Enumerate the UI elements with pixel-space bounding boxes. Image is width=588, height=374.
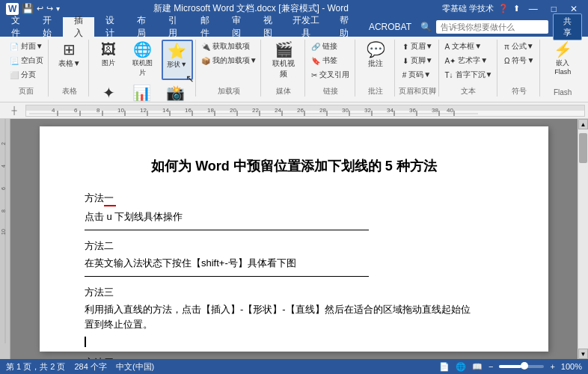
textbox-button[interactable]: A 文本框▼ (441, 40, 495, 53)
section-1-heading: 方法一 (85, 191, 503, 206)
language: 中文(中国) (116, 361, 154, 373)
ribbon-group-headerfooter: ⬆ 页眉▼ ⬇ 页脚▼ # 页码▼ 页眉和页脚 (396, 40, 439, 96)
table-button[interactable]: ⊞ 表格▼ (53, 40, 86, 71)
tab-insert[interactable]: 插入 (63, 17, 94, 37)
flash-button[interactable]: ⚡ 嵌入Flash (546, 40, 579, 78)
horizontal-ruler: 4 6 8 10 12 14 16 18 20 22 24 26 28 30 3… (25, 105, 585, 117)
tab-view[interactable]: 视图 (252, 17, 284, 37)
shapes-icon: ⭐ (168, 43, 186, 58)
ribbon-toggle[interactable]: ⬆ (513, 4, 520, 13)
section-2-heading: 方法二 (85, 239, 503, 253)
bookmark-button[interactable]: 🔖 书签 (308, 54, 352, 67)
vertical-scrollbar[interactable]: ▲ ▼ (578, 119, 588, 359)
view-read[interactable]: 📖 (472, 362, 483, 372)
page-group-items: 📄 封面▼ 📃 空白页 ⬜ 分页 (7, 40, 46, 85)
zoom-slider[interactable] (499, 365, 544, 368)
document-page: 如何为 Word 中预留位置添加下划线的 5 种方法 方法一 点击 u 下划线具… (40, 126, 548, 352)
get-addins-button[interactable]: 🔌 获取加载项 (198, 40, 260, 53)
cover-button[interactable]: 📄 封面▼ (7, 40, 46, 53)
addins-group-label: 加载项 (218, 85, 240, 96)
page-small-group: 📄 封面▼ 📃 空白页 ⬜ 分页 (7, 40, 46, 82)
tab-developer[interactable]: 开发工具 (284, 17, 328, 37)
dropcap-icon: T↓ (444, 71, 453, 79)
vertical-ruler: 2 4 6 8 10 (0, 119, 10, 359)
online-video-button[interactable]: 🎬 联机视频 (267, 40, 300, 82)
table-icon: ⊞ (63, 42, 76, 57)
tab-acrobat[interactable]: ACROBAT (360, 17, 420, 37)
tab-review[interactable]: 审阅 (221, 17, 252, 37)
tab-mailings[interactable]: 邮件 (189, 17, 220, 37)
blank-page-icon: 📃 (10, 57, 19, 65)
svg-text:32: 32 (364, 107, 371, 114)
ribbon-group-page: 📄 封面▼ 📃 空白页 ⬜ 分页 页面 (4, 40, 49, 96)
crossref-button[interactable]: ✂ 交叉引用 (308, 68, 352, 82)
tab-layout[interactable]: 布局 (126, 17, 157, 37)
symbol-icon: Ω (504, 57, 509, 65)
symbol-button[interactable]: Ω 符号▼ (501, 54, 537, 67)
help-icon[interactable]: ❓ (498, 4, 509, 13)
shapes-button[interactable]: ⭐ 形状▼ ↖ (162, 40, 193, 80)
link-icon: 🔗 (311, 43, 320, 51)
page-break-button[interactable]: ⬜ 分页 (7, 68, 46, 82)
crossref-icon: ✂ (311, 71, 317, 79)
page-number-button[interactable]: # 页码▼ (399, 68, 436, 82)
screenshot-icon: 📸 (166, 85, 185, 100)
redo-btn[interactable]: ↪ (46, 4, 53, 13)
scroll-down-button[interactable]: ▼ (578, 349, 588, 359)
undo-btn[interactable]: ↩ (37, 4, 43, 13)
view-print[interactable]: 📄 (439, 362, 450, 372)
svg-text:4: 4 (52, 107, 55, 114)
ribbon-content: 📄 封面▼ 📃 空白页 ⬜ 分页 页面 ⊞ 表格▼ 表格 (0, 37, 588, 102)
svg-text:26: 26 (297, 107, 304, 114)
tab-help[interactable]: 帮助 (328, 17, 360, 37)
my-addins-button[interactable]: 📦 我的加载项▼ (198, 54, 260, 67)
comment-icon: 💬 (367, 42, 385, 57)
online-picture-button[interactable]: 🌐 联机图片 (126, 40, 160, 80)
section-3-cursor (85, 336, 503, 347)
wordart-button[interactable]: A✦ 艺术字▼ (441, 54, 495, 67)
equation-icon: π (504, 43, 509, 51)
word-count: 284 个字 (74, 361, 106, 373)
tab-design[interactable]: 设计 (94, 17, 126, 37)
scroll-up-button[interactable]: ▲ (578, 119, 588, 129)
scroll-track[interactable] (578, 129, 588, 349)
svg-text:6: 6 (1, 187, 6, 190)
media-group-label: 媒体 (276, 85, 291, 96)
view-web[interactable]: 🌐 (456, 362, 466, 372)
share-button[interactable]: 共享 (553, 13, 582, 40)
illustrations-row1: 🖼 图片 🌐 联机图片 ⭐ 形状▼ ↖ (93, 40, 193, 80)
footer-button[interactable]: ⬇ 页脚▼ (399, 54, 436, 67)
minimize-button[interactable]: — (524, 2, 542, 16)
svg-text:10: 10 (1, 229, 6, 235)
svg-text:34: 34 (387, 107, 393, 114)
comment-button[interactable]: 💬 批注 (359, 40, 392, 71)
tab-home[interactable]: 开始 (31, 17, 63, 37)
equation-button[interactable]: π 公式▼ (501, 40, 537, 53)
ribbon-group-flash: ⚡ 嵌入Flash Flash (542, 40, 584, 96)
search-input[interactable] (436, 20, 548, 34)
dropcap-button[interactable]: T↓ 首字下沉▼ (441, 68, 495, 82)
svg-text:38: 38 (432, 107, 438, 114)
svg-text:30: 30 (342, 107, 349, 114)
header-button[interactable]: ⬆ 页眉▼ (399, 40, 436, 53)
svg-text:18: 18 (207, 107, 214, 114)
status-right: 📄 🌐 📖 − + 100% (439, 362, 582, 372)
picture-button[interactable]: 🖼 图片 (93, 40, 124, 80)
ribbon-tabs: 文件 开始 插入 设计 布局 引用 邮件 审阅 视图 开发工具 帮助 ACROB… (0, 17, 588, 37)
svg-text:4: 4 (1, 165, 6, 168)
footer-icon: ⬇ (402, 57, 408, 65)
blank-page-button[interactable]: 📃 空白页 (7, 54, 46, 67)
quick-save[interactable]: 💾 (22, 3, 34, 14)
zoom-percent: 100% (561, 362, 582, 371)
zoom-in[interactable]: + (550, 362, 554, 371)
zoom-handle[interactable] (521, 362, 528, 370)
scroll-thumb[interactable] (579, 133, 587, 163)
svg-text:16: 16 (185, 107, 192, 114)
document-wrapper[interactable]: 如何为 Word 中预留位置添加下划线的 5 种方法 方法一 点击 u 下划线具… (10, 119, 578, 359)
zoom-out[interactable]: − (489, 362, 493, 371)
svg-text:8: 8 (1, 209, 6, 212)
tab-file[interactable]: 文件 (0, 17, 31, 37)
ruler-area: ┼ 4 6 8 10 12 14 16 18 20 22 24 26 28 30… (0, 102, 588, 119)
link-button[interactable]: 🔗 链接 (308, 40, 352, 53)
tab-references[interactable]: 引用 (157, 17, 189, 37)
